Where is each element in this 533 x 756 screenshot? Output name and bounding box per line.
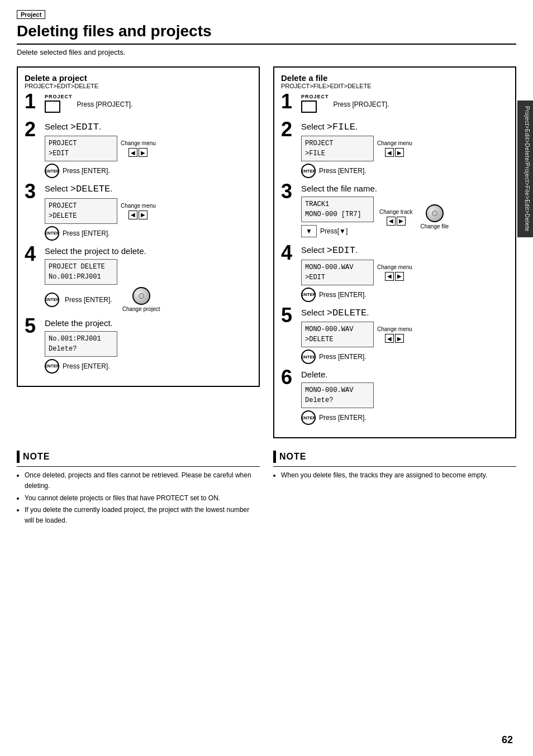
enter-label-2: ENTER: [44, 169, 59, 174]
right-right-arrow-3[interactable]: ▶: [397, 217, 406, 226]
step-3-lcd: PROJECT >DELETE: [45, 198, 117, 224]
right-lcd-line2-6: Delete?: [305, 395, 370, 405]
right-right-arrow-5[interactable]: ▶: [395, 334, 404, 343]
right-arrow-3[interactable]: ▶: [139, 210, 147, 219]
right-enter-btn-6[interactable]: ENTER: [301, 410, 316, 425]
right-project-icon-row: PROJECT Press [PROJECT].: [301, 94, 508, 113]
step-3-press-down: Press[▼]: [320, 227, 348, 235]
enter-btn-2[interactable]: ENTER: [45, 164, 59, 178]
knob-4[interactable]: [132, 287, 150, 305]
step-4-content: Select the project to delete. PROJECT DE…: [45, 246, 252, 313]
step-2-lcd: PROJECT >EDIT: [45, 136, 117, 161]
step-2-enter-row: ENTER Press [ENTER].: [45, 164, 252, 178]
step-3-label: Select >DELETE.: [45, 184, 252, 195]
right-left-arrow-5[interactable]: ◀: [385, 334, 394, 343]
right-change-menu-label-4: Change menu: [377, 264, 412, 271]
step-3-label-text: Select: [45, 184, 70, 193]
left-section-path: PROJECT>EDIT>DELETE: [25, 83, 252, 89]
note-left-bar: [17, 451, 20, 463]
right-column: Delete a file PROJECT>FILE>EDIT>DELETE 1…: [273, 66, 516, 438]
note-right-bar: [273, 451, 276, 463]
note-left-item-3: If you delete the currently loaded proje…: [25, 505, 260, 526]
enter-label-4: ENTER: [44, 297, 59, 302]
right-lcd-line1-6: MONO-000.WAV: [305, 385, 370, 395]
note-right-title: NOTE: [279, 452, 306, 462]
left-step-4: 4 Select the project to delete. PROJECT …: [25, 246, 252, 313]
right-step-3-content: Select the file name. TRACK1 MONO-000 [T…: [301, 184, 508, 240]
lcd-line2-5: Delete?: [49, 344, 113, 354]
right-arrows-3: ◀ ▶: [387, 217, 406, 226]
right-step-4-mono: >EDIT: [327, 245, 355, 256]
right-arrow-2[interactable]: ▶: [139, 148, 147, 157]
right-step-3-lcd-col: TRACK1 MONO-000 [TR7] ▼ Press[▼]: [301, 197, 374, 237]
step-3-press-text: Press [ENTER].: [63, 229, 110, 237]
step-2-label-text: Select: [45, 122, 70, 131]
left-arrow-2[interactable]: ◀: [129, 148, 137, 157]
right-enter-btn-2[interactable]: ENTER: [301, 164, 316, 178]
step-5-press-text: Press [ENTER].: [63, 362, 110, 370]
right-left-arrow-2[interactable]: ◀: [385, 148, 394, 157]
right-step-2-mono: >FILE: [327, 122, 355, 132]
lcd-line2: >EDIT: [49, 149, 113, 159]
step-1-press-row: Press [PROJECT].: [77, 101, 133, 108]
step-1-press-text: Press [PROJECT].: [77, 101, 133, 108]
right-step-3-arrows-group: Change track ◀ ▶: [379, 209, 412, 226]
enter-btn-4[interactable]: ENTER: [45, 293, 59, 307]
delete-project-section: Delete a project PROJECT>EDIT>DELETE 1 P…: [17, 66, 260, 387]
right-step-1: 1 PROJECT Press [PROJECT].: [281, 94, 508, 116]
right-left-arrow-3[interactable]: ◀: [387, 217, 396, 226]
down-arrow-btn[interactable]: ▼: [301, 225, 317, 237]
knob-right-3[interactable]: [426, 204, 444, 222]
step-number-5: 5: [25, 316, 41, 336]
right-step-number-5: 5: [281, 305, 298, 326]
left-step-1: 1 PROJECT Press [PROJECT].: [25, 94, 252, 116]
right-project-rect: [301, 101, 317, 113]
enter-btn-3[interactable]: ENTER: [45, 226, 59, 241]
right-step-2-enter-row: ENTER Press [ENTER].: [301, 164, 508, 178]
right-lcd-line2-2: >FILE: [305, 149, 370, 159]
step-3-content: Select >DELETE. PROJECT >DELETE Change m…: [45, 184, 252, 240]
right-right-arrow-2[interactable]: ▶: [395, 148, 404, 157]
page-subtitle: Delete selected files and projects.: [17, 48, 516, 56]
lcd-line1-3: PROJECT: [49, 201, 113, 211]
right-step-5-dot: .: [367, 308, 369, 317]
change-menu-label-2: Change menu: [121, 140, 156, 147]
step-5-lcd: No.001:PRJ001 Delete?: [45, 331, 117, 357]
two-col-layout: Delete a project PROJECT>EDIT>DELETE 1 P…: [17, 66, 516, 438]
right-step-5-enter-row: ENTER Press [ENTER].: [301, 350, 508, 364]
right-step-4-lcd: MONO-000.WAV >EDIT: [301, 260, 374, 285]
enter-btn-5[interactable]: ENTER: [45, 359, 59, 374]
right-step-5-lcd: MONO-000.WAV >DELETE: [301, 322, 374, 347]
left-section-title: Delete a project: [25, 73, 252, 83]
right-enter-btn-5[interactable]: ENTER: [301, 350, 316, 364]
right-step-5-lcd-row: MONO-000.WAV >DELETE Change menu ◀ ▶: [301, 322, 508, 347]
right-lcd-line1-5: MONO-000.WAV: [305, 324, 370, 334]
right-step-6-label: Delete.: [301, 370, 508, 380]
note-left-col: NOTE Once deleted, projects and files ca…: [17, 451, 260, 527]
note-left-item-2: You cannot delete projects or files that…: [25, 493, 260, 504]
left-step-3: 3 Select >DELETE. PROJECT >DELETE Change…: [25, 184, 252, 240]
right-step-4-content: Select >EDIT. MONO-000.WAV >EDIT Change …: [301, 245, 508, 302]
delete-file-section: Delete a file PROJECT>FILE>EDIT>DELETE 1…: [273, 66, 516, 438]
left-arrow-3[interactable]: ◀: [129, 210, 137, 219]
right-enter-label-2: ENTER: [301, 169, 316, 174]
change-file-label: Change file: [420, 223, 449, 230]
right-enter-btn-4[interactable]: ENTER: [301, 288, 316, 302]
right-left-arrow-4[interactable]: ◀: [385, 272, 394, 281]
project-icon-row: PROJECT Press [PROJECT].: [45, 94, 252, 113]
right-step-number-4: 4: [281, 243, 298, 263]
step-number-1: 1: [25, 92, 41, 112]
right-change-menu-label-2: Change menu: [377, 140, 412, 147]
step-4-label: Select the project to delete.: [45, 246, 252, 256]
right-step-1-press-row: Press [PROJECT].: [334, 101, 389, 108]
right-step-5-content: Select >DELETE. MONO-000.WAV >DELETE Cha…: [301, 308, 508, 364]
arrows-3: ◀ ▶: [129, 210, 147, 219]
change-project-group: Change project: [122, 287, 160, 313]
right-change-track-label: Change track: [379, 209, 412, 216]
note-left-item-1: Once deleted, projects and files cannot …: [25, 470, 260, 491]
right-lcd-line1-2: PROJECT: [305, 138, 370, 149]
right-right-arrow-4[interactable]: ▶: [395, 272, 404, 281]
step-4-enter-row: ENTER Press [ENTER]. Change project: [45, 287, 252, 313]
left-step-2: 2 Select >EDIT. PROJECT >EDIT Change men…: [25, 122, 252, 178]
note-right-list: When you delete files, the tracks they a…: [273, 470, 516, 481]
